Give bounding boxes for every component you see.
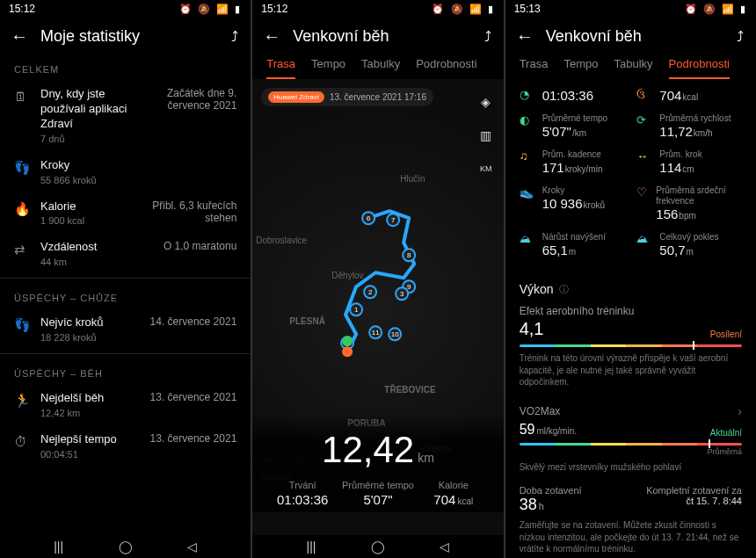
svg-text:7: 7 xyxy=(391,216,396,224)
section-vo2max[interactable]: VO2Max › 59ml/kg/min. Aktuální Průměrná … xyxy=(505,394,756,479)
clock: 15:12 xyxy=(261,3,287,15)
stride-icon: ↔ xyxy=(636,149,652,163)
app-bar: ← Moje statistiky ⤴ xyxy=(0,18,251,54)
tab-details[interactable]: Podrobnosti xyxy=(669,57,730,79)
system-nav-bar: ||| ◯ ◁ xyxy=(252,535,503,558)
screen-my-statistics: 15:12 ⏰ 🔕 📶 ▮ ← Moje statistiky ⤴ CELKEM… xyxy=(0,0,251,558)
nav-back[interactable]: ◁ xyxy=(187,540,197,554)
steps-icon: 👟 xyxy=(520,185,535,199)
app-bar: ← Venkovní běh ⤴ xyxy=(505,18,756,54)
clock: 15:13 xyxy=(514,3,541,15)
run-icon: 🏃 xyxy=(14,391,30,409)
svg-point-21 xyxy=(342,336,353,346)
section-header-celkem: CELKEM xyxy=(0,54,251,80)
page-title: Moje statistiky xyxy=(40,27,219,46)
timer-icon: ⏱ xyxy=(14,432,30,449)
distance-value: 12,42km xyxy=(265,429,491,471)
status-bar: 15:13 ⏰ 🔕 📶 ▮ xyxy=(505,0,756,18)
right: Začátek dne 9. července 2021 xyxy=(140,87,236,112)
info-icon[interactable]: ⓘ xyxy=(559,283,569,296)
row-best-pace[interactable]: ⏱ Nejlepší tempo 00:04:51 13. července 2… xyxy=(0,425,251,467)
fire-icon: 🔥 xyxy=(14,199,30,217)
steps-icon: 👣 xyxy=(14,315,30,333)
back-icon[interactable]: ← xyxy=(263,26,280,47)
label: Dny, kdy jste používali aplikaci Zdraví xyxy=(40,87,129,132)
speed-icon: ⟳ xyxy=(636,113,652,127)
tab-bar: Trasa Tempo Tabulky Podrobnosti xyxy=(252,54,503,79)
tab-pace[interactable]: Tempo xyxy=(311,57,345,79)
share-icon[interactable]: ⤴ xyxy=(737,29,744,45)
tab-bar: Trasa Tempo Tabulky Podrobnosti xyxy=(505,54,756,79)
row-most-steps[interactable]: 👣 Nejvíc kroků 18 228 kroků 14. července… xyxy=(0,308,251,350)
route-map[interactable]: Huawei Zdraví 13. července 2021 17:16 ◈ … xyxy=(252,79,503,535)
details-grid: ◔01:03:36 ઉ704kcal ◐Průměrné tempo5'07"/… xyxy=(505,79,756,270)
svg-text:11: 11 xyxy=(372,329,380,337)
page-title: Venkovní běh xyxy=(546,27,724,46)
map-controls: ◈ ▥ KM xyxy=(476,91,497,179)
status-icons: ⏰ 🔕 📶 ▮ xyxy=(685,4,747,15)
cadence-icon: ♫ xyxy=(520,149,535,163)
duration-icon: ◔ xyxy=(520,88,535,101)
nav-recents[interactable]: ||| xyxy=(54,540,63,554)
svg-text:3: 3 xyxy=(400,290,404,298)
page-title: Venkovní běh xyxy=(293,27,471,46)
row-days-used[interactable]: 🗓 Dny, kdy jste používali aplikaci Zdrav… xyxy=(0,80,251,151)
row-steps[interactable]: 👣 Kroky 55 866 kroků xyxy=(0,151,251,192)
svg-text:8: 8 xyxy=(407,251,411,259)
bottom-stats: 12,42km Trvání01:03:36 Průměrné tempo5'0… xyxy=(252,413,503,512)
back-icon[interactable]: ← xyxy=(11,26,28,47)
ascent-icon: ⛰ xyxy=(520,232,535,245)
sub: 7 dnů xyxy=(40,134,129,144)
vo2-spectrum xyxy=(520,443,742,446)
tab-charts[interactable]: Tabulky xyxy=(361,57,400,79)
row-calories[interactable]: 🔥 Kalorie 1 900 kcal Přibl. 6,3 kuřecích… xyxy=(0,192,251,234)
nav-recents[interactable]: ||| xyxy=(307,540,316,554)
section-header-walk: ÚSPĚCHY – CHŮZE xyxy=(0,282,251,308)
share-icon[interactable]: ⤴ xyxy=(484,29,491,45)
section-vykon: Výkonⓘ Efekt aerobního tréninku 4,1 Posí… xyxy=(505,277,756,394)
svg-point-20 xyxy=(342,346,353,357)
pace-icon: ◐ xyxy=(520,113,535,127)
row-distance[interactable]: ⇄ Vzdálenost 44 km O 1,0 maratonu xyxy=(0,233,251,274)
timestamp: 13. července 2021 17:16 xyxy=(330,92,426,102)
section-header-run: ÚSPĚCHY – BĚH xyxy=(0,358,251,384)
descent-icon: ⛰ xyxy=(636,232,652,245)
status-bar: 15:12 ⏰ 🔕 📶 ▮ xyxy=(0,0,251,18)
app-bar: ← Venkovní běh ⤴ xyxy=(252,18,503,54)
steps-icon: 👣 xyxy=(14,158,30,176)
svg-text:6: 6 xyxy=(367,214,371,222)
status-icons: ⏰ 🔕 📶 ▮ xyxy=(432,4,494,15)
heart-icon: ♡ xyxy=(636,185,649,199)
svg-text:1: 1 xyxy=(354,306,359,314)
layers-icon[interactable]: ▥ xyxy=(476,125,497,146)
section-title: Výkonⓘ xyxy=(520,282,742,296)
screen-run-details: 15:13 ⏰ 🔕 📶 ▮ ← Venkovní běh ⤴ Trasa Tem… xyxy=(505,0,756,558)
km-toggle[interactable]: KM xyxy=(476,158,497,179)
svg-text:10: 10 xyxy=(391,330,399,338)
calendar-icon: 🗓 xyxy=(14,87,30,104)
fire-icon: ઉ xyxy=(636,88,652,102)
chevron-right-icon: › xyxy=(738,404,742,418)
svg-text:2: 2 xyxy=(368,288,373,296)
nav-home[interactable]: ◯ xyxy=(371,540,385,554)
back-icon[interactable]: ← xyxy=(516,26,534,47)
section-recovery: Doba zotavení 38h Kompletní zotavení za … xyxy=(505,485,756,514)
tab-pace[interactable]: Tempo xyxy=(563,57,598,79)
nav-back[interactable]: ◁ xyxy=(440,540,449,554)
tab-charts[interactable]: Tabulky xyxy=(614,57,652,79)
run-timestamp-pill: Huawei Zdraví 13. července 2021 17:16 xyxy=(261,88,433,106)
system-nav-bar: ||| ◯ ◁ xyxy=(0,535,251,558)
status-icons: ⏰ 🔕 📶 ▮ xyxy=(179,4,242,15)
distance-icon: ⇄ xyxy=(14,240,30,257)
status-bar: 15:12 ⏰ 🔕 📶 ▮ xyxy=(252,0,503,18)
share-icon[interactable]: ⤴ xyxy=(231,29,238,45)
source-badge: Huawei Zdraví xyxy=(268,91,324,103)
screen-run-route: 15:12 ⏰ 🔕 📶 ▮ ← Venkovní běh ⤴ Trasa Tem… xyxy=(252,0,503,558)
nav-home[interactable]: ◯ xyxy=(119,540,133,554)
tab-details[interactable]: Podrobnosti xyxy=(416,57,476,79)
tab-route[interactable]: Trasa xyxy=(520,57,549,79)
row-longest-run[interactable]: 🏃 Nejdelší běh 12,42 km 13. července 202… xyxy=(0,384,251,425)
aerobic-spectrum xyxy=(520,344,742,347)
tab-route[interactable]: Trasa xyxy=(266,57,295,79)
locate-icon[interactable]: ◈ xyxy=(476,91,497,112)
